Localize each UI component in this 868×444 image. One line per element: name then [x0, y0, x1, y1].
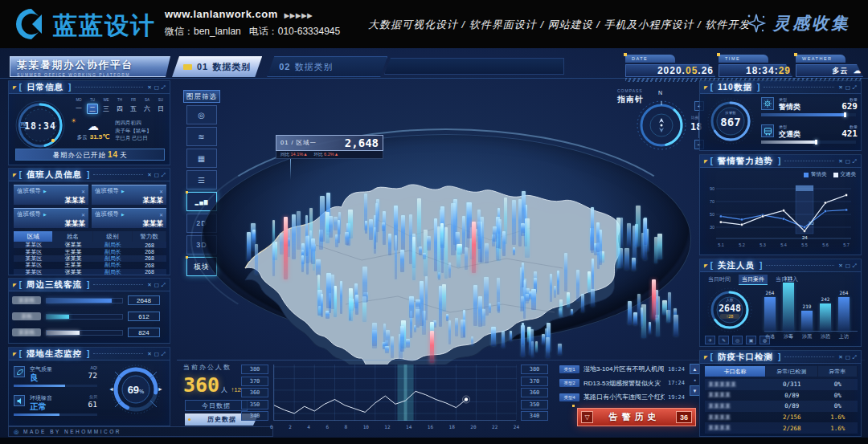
trend-legend: 警情类交通类 — [804, 171, 856, 178]
chevron-right-icon: ▶ — [43, 189, 47, 193]
window-icon[interactable]: ▢ — [154, 172, 159, 178]
data-bar — [473, 285, 477, 326]
window-icon[interactable]: ▢ — [845, 158, 850, 165]
data-category-tabs: 01数据类别02数据类别 — [172, 56, 392, 77]
expand-icon[interactable]: ⤢ — [162, 172, 166, 178]
focus-gauge: 人数 2648 ↑28 — [706, 287, 753, 333]
checkpoint-name: 某某某某 — [705, 413, 766, 422]
duty-col-header: 级别 — [93, 231, 133, 242]
week-day[interactable]: TU二 — [87, 98, 98, 114]
date-label: DATE — [625, 55, 675, 63]
close-icon[interactable]: ✕ — [81, 212, 85, 218]
checkpoint-col-header: 异常/已检测 — [766, 366, 818, 377]
close-icon[interactable]: ✕ — [838, 263, 842, 269]
edit-icon[interactable]: ✎ — [719, 336, 729, 344]
data-bar — [498, 219, 502, 250]
svg-text:90: 90 — [710, 186, 714, 191]
close-icon[interactable]: ✕ — [147, 351, 151, 357]
data-bar — [591, 207, 594, 254]
platform-title-plate: 某某暑期办公协作平台 SUMMER OFFICE WORKING PLATFOR… — [10, 56, 170, 77]
close-icon[interactable]: ✕ — [147, 84, 151, 91]
wechat-label: 微信：ben_lanlan — [165, 26, 241, 37]
window-icon[interactable]: ▢ — [845, 354, 850, 360]
date-value: 2020.05.26 — [657, 65, 714, 76]
duty-cell: 268 — [133, 255, 166, 261]
week-day-en: SU — [155, 98, 166, 102]
close-icon[interactable]: ✕ — [159, 212, 163, 218]
expand-icon[interactable]: ⤢ — [853, 158, 857, 165]
data-bar — [525, 294, 529, 303]
week-day[interactable]: SA六 — [141, 98, 153, 114]
close-icon[interactable]: ✕ — [838, 354, 842, 360]
window-icon[interactable]: ▢ — [845, 84, 850, 91]
expand-icon[interactable]: ⤢ — [162, 84, 166, 91]
alert-history-banner[interactable]: ▽ 告警历史 36 — [577, 408, 696, 426]
plane-icon[interactable]: ✈ — [705, 336, 715, 344]
checkpoint-row: 某某某某0/890% — [705, 390, 858, 401]
weather-widget: ☀☁ 多云31.5℃ — [75, 120, 112, 141]
data-bar — [477, 210, 480, 249]
window-icon[interactable]: ▢ — [154, 282, 159, 288]
alert-row[interactable]: 类型2RD13-53烟感报警疑似火灾17:24 — [559, 378, 685, 389]
today-data-button[interactable]: 今日数据 — [185, 400, 248, 411]
tab-data-category-01[interactable]: 01数据类别 — [172, 56, 262, 77]
collect-badge[interactable]: 灵感收集 — [746, 12, 850, 35]
panel-title: 周边三线客流 — [27, 279, 82, 291]
duty-leader-card[interactable]: 值班领导▶✕某某某 — [14, 208, 88, 228]
close-icon[interactable]: ✕ — [159, 189, 163, 194]
office-count-delta: ↑12 — [231, 386, 241, 393]
expand-icon[interactable]: ⤢ — [853, 263, 857, 269]
week-day[interactable]: TH四 — [114, 98, 125, 114]
corner-tick — [794, 53, 797, 56]
close-icon[interactable]: ✕ — [838, 84, 842, 91]
site-header: 蓝蓝设计 www.lanlanwork.com▶▶▶▶▶ 微信：ben_lanl… — [0, 0, 868, 48]
data-bar — [674, 315, 678, 336]
focus-bar-category: 涉黑 — [801, 333, 813, 340]
focus-tab[interactable]: 当日案件 — [739, 275, 768, 285]
data-bar — [442, 284, 446, 312]
map-tooltip[interactable]: 01 / 区域一 2,648 同比 14.1%▲ 环比 6.2%▲ — [276, 135, 383, 159]
close-icon[interactable]: ✕ — [838, 158, 842, 165]
duty-leader-card[interactable]: 值班领导▶✕某某某 — [92, 185, 166, 205]
data-bar — [557, 271, 560, 295]
card-icon[interactable]: ▣ — [746, 336, 756, 344]
flow-row: 某某线824 — [12, 328, 168, 337]
duty-leader-card[interactable]: 值班领导▶✕某某某 — [14, 185, 88, 205]
data-bar — [461, 320, 465, 339]
window-icon[interactable]: ▢ — [154, 84, 159, 91]
website-link[interactable]: www.lanlanwork.com — [165, 8, 278, 20]
week-day[interactable]: SU日 — [155, 98, 166, 114]
focus-bar: 311涉毒 — [783, 283, 794, 332]
focus-bar-value: 311 — [783, 275, 794, 281]
tab-data-category-02[interactable]: 02数据类别 — [267, 56, 387, 77]
checkpoint-name: 某某某某 — [705, 391, 766, 399]
week-day[interactable]: WE三 — [100, 98, 112, 114]
close-icon[interactable]: ✕ — [147, 172, 151, 178]
week-day[interactable]: MO一 — [73, 98, 84, 114]
close-icon[interactable]: ✕ — [81, 189, 85, 194]
expand-icon[interactable]: ⤢ — [853, 354, 857, 360]
tooltip-title: 01 / 区域一 — [280, 139, 317, 147]
checkpoint-name: 某某某某 — [705, 402, 766, 410]
expand-icon[interactable]: ⤢ — [162, 351, 166, 357]
week-day[interactable]: FR五 — [128, 98, 139, 114]
data-bar — [382, 222, 386, 231]
week-day-en: SA — [141, 98, 153, 102]
focus-bar-column — [820, 303, 831, 332]
data-bar — [372, 323, 377, 348]
alert-row[interactable]: 类型1湿地3-104片区有不明人机闯入18:24 — [559, 364, 685, 374]
week-day-en: MO — [73, 98, 84, 102]
expand-icon[interactable]: ⤢ — [853, 84, 857, 91]
duty-leader-card[interactable]: 值班领导▶✕某某某 — [92, 208, 166, 228]
data-bar — [465, 247, 468, 270]
alert-row[interactable]: 类型4某路口有小汽车连闯三个红灯19:24 — [559, 392, 685, 402]
target-icon[interactable]: ◎ — [732, 336, 743, 344]
focus-tab[interactable]: 当日时间 — [705, 275, 734, 285]
expand-icon[interactable]: ⤢ — [162, 282, 166, 288]
window-icon[interactable]: ▢ — [845, 263, 850, 269]
office-ytick: 360 — [241, 388, 268, 397]
lunar-calendar: 闰四月初四庚子年【鼠年】辛巳月 己巳日 — [115, 119, 166, 142]
window-icon[interactable]: ▢ — [154, 351, 159, 357]
close-icon[interactable]: ✕ — [147, 282, 151, 288]
panel-focus-people: ◤[关注人员] ✕▢⤢ 当日时间当日案件当日进入 人数 2648 ↑28 ✈ ✎… — [699, 259, 862, 347]
